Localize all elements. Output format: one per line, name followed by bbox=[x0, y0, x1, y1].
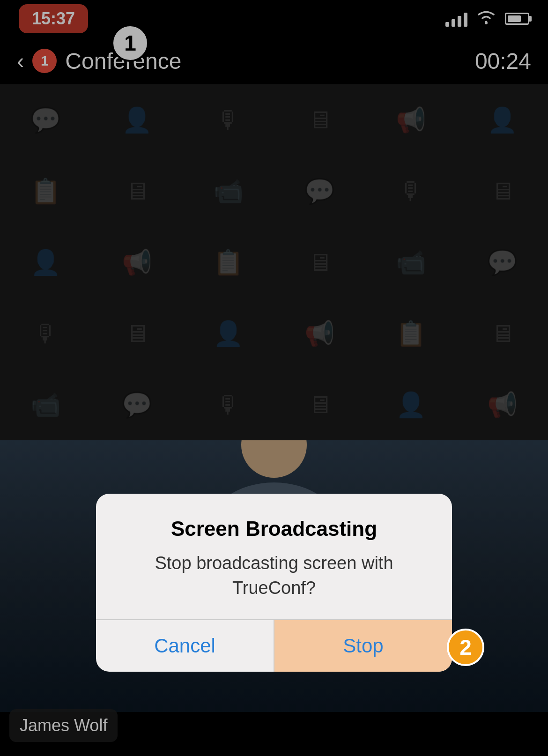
screen-broadcasting-dialog: Screen Broadcasting Stop broadcasting sc… bbox=[96, 494, 452, 672]
dialog-buttons: Cancel Stop bbox=[96, 620, 452, 672]
dialog-content: Screen Broadcasting Stop broadcasting sc… bbox=[96, 494, 452, 619]
dialog-title: Screen Broadcasting bbox=[124, 517, 424, 541]
cancel-button[interactable]: Cancel bbox=[96, 620, 274, 672]
dialog-message: Stop broadcasting screen with TrueConf? bbox=[124, 551, 424, 600]
stop-button[interactable]: Stop bbox=[274, 620, 452, 672]
step-badge-2: 2 bbox=[447, 629, 484, 666]
